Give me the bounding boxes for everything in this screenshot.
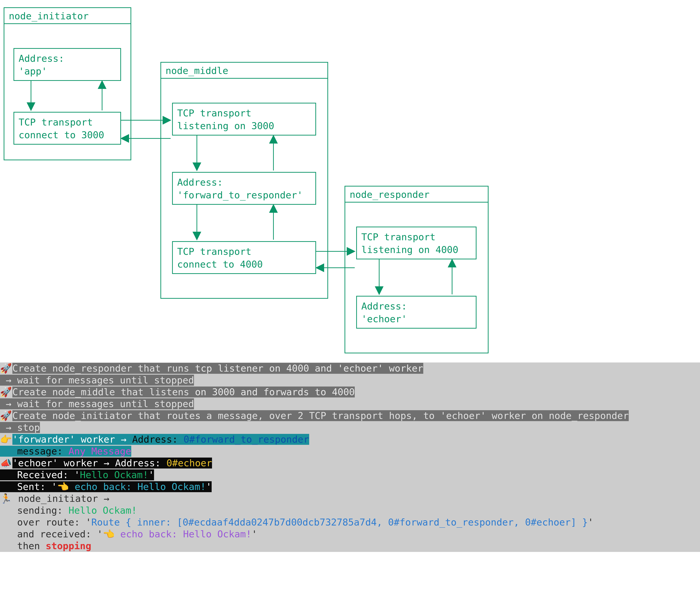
box-middle-forward: Address: 'forward_to_responder' [172,172,316,205]
log-route: over route: 'Route { inner: [0#ecdaaf4dd… [0,516,700,528]
log-stopping: then stopping [0,540,700,552]
log-create-middle: Create node_middle that listens on 3000 … [12,387,355,397]
box-initiator-app: Address: 'app' [14,48,121,81]
point-icon: 👉 [0,434,12,445]
megaphone-icon: 📣 [0,457,12,469]
log-initiator-run: node_initiator → [12,493,109,504]
runner-icon: 🏃 [0,493,12,504]
rocket-icon: 🚀 [0,386,12,398]
box-initiator-tcp3000: TCP transport connect to 3000 [14,112,121,145]
box-middle-listen3000: TCP transport listening on 3000 [172,103,316,135]
log-create-responder: Create node_responder that runs tcp list… [12,363,423,374]
log-stop: → stop [0,422,40,433]
log-sending: sending: Hello Ockam! [0,504,700,516]
node-middle: node_middle TCP transport listening on 3… [160,62,328,299]
rocket-icon: 🚀 [0,363,12,374]
box-responder-echoer: Address: 'echoer' [356,296,476,329]
log-wait-1: → wait for messages until stopped [0,375,194,386]
box-middle-tcp4000: TCP transport connect to 4000 [172,241,316,274]
node-initiator: node_initiator Address: 'app' TCP transp… [4,7,131,160]
log-echoer: 'echoer' worker → Address: 0#echoer [12,457,212,469]
rocket-icon: 🚀 [0,410,12,422]
terminal-output: 🚀Create node_responder that runs tcp lis… [0,363,700,552]
node-responder: node_responder TCP transport listening o… [345,186,489,354]
node-initiator-title: node_initiator [4,8,130,24]
log-forwarder-msg: message: Any Message [0,446,131,456]
log-echoer-sent: Sent: '👈 echo back: Hello Ockam!' [0,481,211,492]
log-forwarder: 'forwarder' worker → Address: 0#forward_… [12,434,309,445]
log-wait-2: → wait for messages until stopped [0,398,194,409]
architecture-diagram: node_initiator Address: 'app' TCP transp… [0,0,700,363]
node-responder-title: node_responder [345,186,488,203]
log-received: and received: '👈 echo back: Hello Ockam!… [0,528,700,540]
node-middle-title: node_middle [161,63,327,79]
log-create-initiator: Create node_initiator that routes a mess… [12,410,629,421]
box-responder-listen4000: TCP transport listening on 4000 [356,227,476,259]
log-echoer-recv: Received: 'Hello Ockam!' [0,469,154,480]
